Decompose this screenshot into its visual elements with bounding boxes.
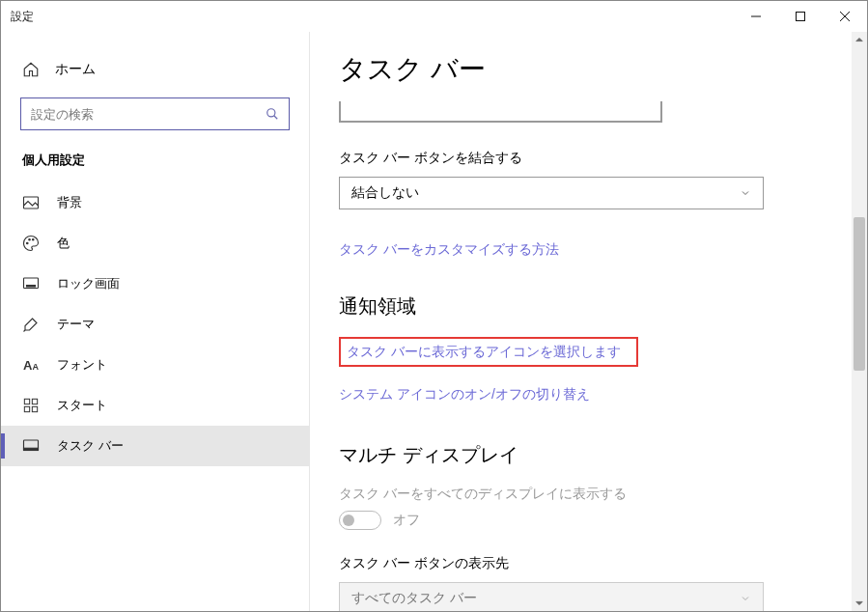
maximize-button[interactable] (778, 1, 823, 32)
lockscreen-icon (22, 275, 40, 292)
sidebar-item-label: ロック画面 (57, 275, 120, 292)
partial-cut-control (339, 101, 662, 123)
font-icon: AA (22, 356, 40, 374)
button-location-label: タスク バー ボタンの表示先 (339, 555, 828, 572)
chevron-down-icon (740, 593, 751, 604)
body: ホーム 個人用設定 背景 色 (1, 32, 867, 611)
palette-icon (22, 235, 40, 252)
svg-point-5 (33, 239, 35, 241)
home-button[interactable]: ホーム (1, 55, 309, 92)
sidebar-item-label: テーマ (57, 316, 95, 333)
maximize-icon (796, 12, 805, 21)
close-icon (840, 12, 850, 21)
system-icons-link[interactable]: システム アイコンのオン/オフの切り替え (339, 386, 828, 403)
search-icon (266, 107, 279, 121)
minimize-button[interactable] (734, 1, 778, 32)
sidebar-item-label: スタート (57, 397, 107, 414)
search-input[interactable] (31, 107, 266, 122)
window-controls (734, 1, 867, 32)
svg-rect-11 (32, 406, 37, 411)
settings-window: 設定 ホーム (0, 0, 868, 612)
close-button[interactable] (823, 1, 867, 32)
notification-section-title: 通知領域 (339, 293, 828, 320)
chevron-down-icon (740, 187, 751, 199)
nav-list: 背景 色 ロック画面 テーマ AA フォント (1, 182, 309, 466)
home-icon (22, 61, 40, 78)
sidebar-item-start[interactable]: スタート (1, 385, 309, 426)
button-location-value: すべてのタスク バー (351, 590, 477, 607)
sidebar-item-label: タスク バー (57, 437, 124, 455)
svg-rect-8 (24, 399, 29, 403)
sidebar: ホーム 個人用設定 背景 色 (1, 32, 310, 611)
sidebar-item-colors[interactable]: 色 (1, 223, 309, 264)
page-title: タスク バー (339, 51, 828, 88)
sidebar-item-taskbar[interactable]: タスク バー (1, 426, 309, 466)
sidebar-item-background[interactable]: 背景 (1, 182, 309, 223)
sidebar-item-label: 色 (57, 235, 70, 252)
svg-rect-7 (27, 286, 36, 288)
toggle-state-label: オフ (393, 512, 420, 529)
minimize-icon (751, 12, 761, 21)
svg-rect-10 (24, 406, 29, 411)
titlebar: 設定 (1, 1, 867, 32)
scroll-thumb[interactable] (854, 217, 865, 371)
main-scroll[interactable]: タスク バー タスク バー ボタンを結合する 結合しない タスク バーをカスタマ… (310, 32, 867, 611)
sidebar-item-label: 背景 (57, 194, 82, 211)
grid-icon (22, 397, 40, 414)
combine-select[interactable]: 結合しない (339, 177, 764, 209)
sidebar-item-label: フォント (57, 356, 107, 374)
highlighted-link-box: タスク バーに表示するアイコンを選択します (339, 337, 638, 367)
window-title: 設定 (11, 9, 34, 25)
multi-display-toggle[interactable] (339, 511, 381, 530)
button-location-select[interactable]: すべてのタスク バー (339, 582, 764, 611)
sidebar-item-fonts[interactable]: AA フォント (1, 345, 309, 385)
multi-display-toggle-row: オフ (339, 511, 828, 530)
combine-label: タスク バー ボタンを結合する (339, 150, 828, 167)
search-wrap (20, 97, 290, 130)
main-area: タスク バー タスク バー ボタンを結合する 結合しない タスク バーをカスタマ… (310, 32, 867, 611)
notification-links: タスク バーに表示するアイコンを選択します システム アイコンのオン/オフの切り… (339, 337, 828, 403)
combine-value: 結合しない (351, 184, 419, 202)
vertical-scrollbar[interactable] (852, 32, 867, 611)
svg-point-1 (267, 109, 275, 117)
sidebar-item-themes[interactable]: テーマ (1, 304, 309, 345)
scroll-up-button[interactable] (852, 32, 867, 47)
select-icons-link[interactable]: タスク バーに表示するアイコンを選択します (347, 344, 621, 361)
scroll-down-button[interactable] (852, 596, 867, 611)
home-label: ホーム (55, 61, 96, 78)
svg-rect-9 (32, 399, 37, 403)
svg-rect-0 (797, 13, 805, 21)
multi-display-section-title: マルチ ディスプレイ (339, 442, 828, 468)
scroll-track[interactable] (852, 47, 867, 596)
category-title: 個人用設定 (1, 152, 309, 182)
search-box[interactable] (20, 97, 290, 130)
picture-icon (22, 194, 40, 211)
multi-display-label: タスク バーをすべてのディスプレイに表示する (339, 486, 828, 503)
brush-icon (22, 316, 40, 333)
svg-point-4 (29, 239, 31, 241)
svg-point-3 (27, 242, 29, 244)
taskbar-icon (22, 437, 40, 455)
sidebar-item-lockscreen[interactable]: ロック画面 (1, 264, 309, 304)
customize-link[interactable]: タスク バーをカスタマイズする方法 (339, 241, 559, 259)
svg-rect-13 (24, 448, 39, 450)
